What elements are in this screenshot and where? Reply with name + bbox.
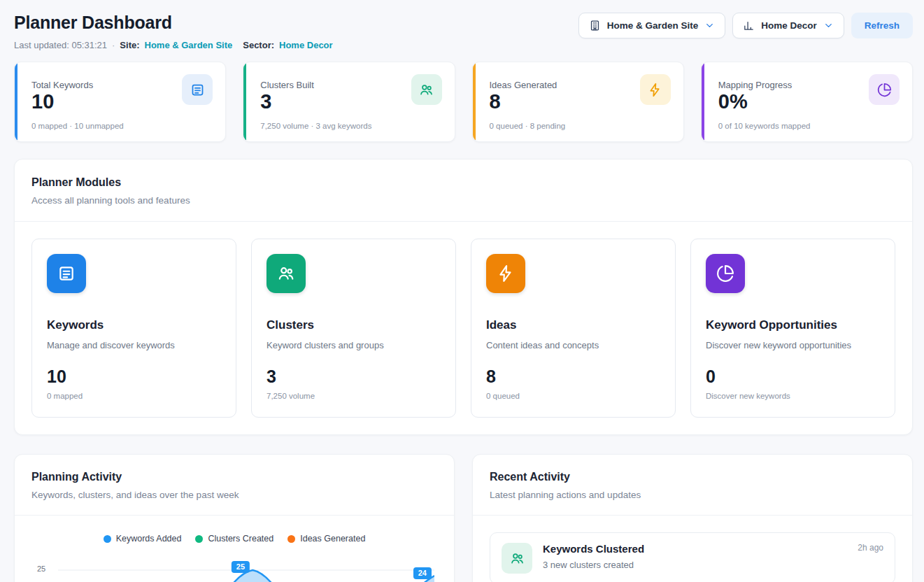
stat-card-total-keywords: Total Keywords 10 0 mapped · 10 unmapped xyxy=(14,62,226,142)
stat-detail: 0 queued · 8 pending xyxy=(490,122,671,130)
module-description: Content ideas and concepts xyxy=(486,340,660,350)
pie-chart-icon xyxy=(706,254,745,293)
planning-activity-header: Planning Activity Keywords, clusters, an… xyxy=(15,455,454,516)
lightning-icon xyxy=(486,254,525,293)
last-updated-text: Last updated: 05:31:21 xyxy=(14,40,107,50)
planning-activity-chart: 25 25 24 xyxy=(31,555,437,582)
pie-chart-icon xyxy=(869,74,900,105)
modules-grid: Keywords Manage and discover keywords 10… xyxy=(31,239,895,418)
module-value: 0 xyxy=(706,367,880,387)
module-detail: 0 queued xyxy=(486,392,660,400)
meta-separator: · xyxy=(112,40,115,50)
stat-top: Ideas Generated 8 xyxy=(490,74,671,113)
sector-selector-value: Home Decor xyxy=(761,20,817,31)
legend-label: Ideas Generated xyxy=(300,534,365,544)
sector-link[interactable]: Home Decor xyxy=(279,40,333,50)
page-title: Planner Dashboard xyxy=(14,13,333,33)
stat-card-mapping-progress: Mapping Progress 0% 0 of 10 keywords map… xyxy=(701,62,913,142)
site-label: Site: xyxy=(120,40,139,50)
module-description: Discover new keyword opportunities xyxy=(706,340,880,350)
stat-detail: 0 mapped · 10 unmapped xyxy=(31,122,213,130)
header-controls: Home & Garden Site Home Decor Refresh xyxy=(578,13,913,38)
planner-modules-header: Planner Modules Access all planning tool… xyxy=(15,159,912,222)
legend-dot-blue xyxy=(104,535,111,543)
legend-label: Clusters Created xyxy=(208,534,273,544)
module-card-keywords[interactable]: Keywords Manage and discover keywords 10… xyxy=(31,239,236,418)
module-card-clusters[interactable]: Clusters Keyword clusters and groups 3 7… xyxy=(251,239,456,418)
bar-chart-icon xyxy=(743,20,755,31)
planning-activity-panel: Planning Activity Keywords, clusters, an… xyxy=(14,454,455,582)
panel-subtitle: Latest planning actions and updates xyxy=(490,490,895,500)
stat-value: 0% xyxy=(718,90,792,113)
stat-card-ideas-generated: Ideas Generated 8 0 queued · 8 pending xyxy=(472,62,684,142)
module-detail: 0 mapped xyxy=(47,392,221,400)
stat-label: Mapping Progress xyxy=(718,74,792,90)
users-icon xyxy=(266,254,306,293)
planner-dashboard-page: Planner Dashboard Last updated: 05:31:21… xyxy=(0,0,924,582)
building-icon xyxy=(589,20,601,31)
stat-detail: 0 of 10 keywords mapped xyxy=(718,122,900,130)
module-value: 3 xyxy=(266,367,441,387)
panel-subtitle: Keywords, clusters, and ideas over the p… xyxy=(31,490,437,500)
stat-card-clusters-built: Clusters Built 3 7,250 volume · 3 avg ke… xyxy=(243,62,455,142)
chevron-down-icon xyxy=(704,20,715,31)
sector-label: Sector: xyxy=(243,40,274,50)
planner-modules-body: Keywords Manage and discover keywords 10… xyxy=(15,222,912,434)
activity-title: Keywords Clustered xyxy=(543,543,644,555)
recent-activity-header: Recent Activity Latest planning actions … xyxy=(473,455,912,516)
chart-legend: Keywords Added Clusters Created Ideas Ge… xyxy=(31,531,437,544)
stat-label: Ideas Generated xyxy=(490,74,557,90)
stat-value: 8 xyxy=(490,90,557,113)
stat-label: Total Keywords xyxy=(31,74,93,90)
module-description: Keyword clusters and groups xyxy=(266,340,441,350)
stat-top: Mapping Progress 0% xyxy=(718,74,900,113)
activity-item-keywords-clustered: Keywords Clustered 3 new clusters create… xyxy=(490,532,895,582)
stat-value: 3 xyxy=(260,90,314,113)
module-card-keyword-opportunities[interactable]: Keyword Opportunities Discover new keywo… xyxy=(690,239,895,418)
module-detail: 7,250 volume xyxy=(266,392,441,400)
stat-top: Total Keywords 10 xyxy=(31,74,213,113)
sector-selector-dropdown[interactable]: Home Decor xyxy=(732,13,844,38)
legend-item-clusters-created: Clusters Created xyxy=(195,534,273,544)
stats-row: Total Keywords 10 0 mapped · 10 unmapped… xyxy=(14,62,913,142)
data-point-label: 25 xyxy=(232,561,250,573)
activity-description: 3 new clusters created xyxy=(543,560,644,570)
module-title: Ideas xyxy=(486,318,660,332)
data-point-label: 24 xyxy=(413,567,432,579)
document-icon xyxy=(182,74,213,105)
site-link[interactable]: Home & Garden Site xyxy=(145,40,233,50)
stat-label: Clusters Built xyxy=(260,74,314,90)
area-chart: 25 24 xyxy=(58,555,434,582)
module-card-ideas[interactable]: Ideas Content ideas and concepts 8 0 que… xyxy=(471,239,676,418)
module-detail: Discover new keywords xyxy=(706,392,880,400)
activity-timestamp: 2h ago xyxy=(858,543,883,553)
module-description: Manage and discover keywords xyxy=(47,340,221,350)
site-selector-value: Home & Garden Site xyxy=(607,20,699,31)
legend-item-keywords-added: Keywords Added xyxy=(104,534,182,544)
stat-detail: 7,250 volume · 3 avg keywords xyxy=(260,122,441,130)
activity-text: Keywords Clustered 3 new clusters create… xyxy=(543,543,644,570)
bottom-row: Planning Activity Keywords, clusters, an… xyxy=(14,454,913,582)
module-title: Keyword Opportunities xyxy=(706,318,880,332)
legend-label: Keywords Added xyxy=(116,534,182,544)
users-icon xyxy=(502,543,532,574)
recent-activity-panel: Recent Activity Latest planning actions … xyxy=(472,454,913,582)
module-title: Clusters xyxy=(266,318,441,332)
section-subtitle: Access all planning tools and features xyxy=(31,195,895,206)
legend-dot-green xyxy=(195,535,203,543)
page-header: Planner Dashboard Last updated: 05:31:21… xyxy=(14,13,913,50)
lightning-icon xyxy=(640,74,671,105)
users-icon xyxy=(411,74,442,105)
legend-dot-orange xyxy=(287,535,295,543)
header-left: Planner Dashboard Last updated: 05:31:21… xyxy=(14,13,333,50)
module-value: 8 xyxy=(486,367,660,387)
stat-top: Clusters Built 3 xyxy=(260,74,441,113)
header-meta: Last updated: 05:31:21 · Site: Home & Ga… xyxy=(14,40,333,50)
planning-activity-body: Keywords Added Clusters Created Ideas Ge… xyxy=(15,516,454,582)
document-icon xyxy=(47,254,86,293)
legend-item-ideas-generated: Ideas Generated xyxy=(287,534,365,544)
stat-value: 10 xyxy=(31,90,93,113)
site-selector-dropdown[interactable]: Home & Garden Site xyxy=(578,13,726,38)
panel-title: Planning Activity xyxy=(31,471,437,483)
refresh-button[interactable]: Refresh xyxy=(851,13,913,38)
